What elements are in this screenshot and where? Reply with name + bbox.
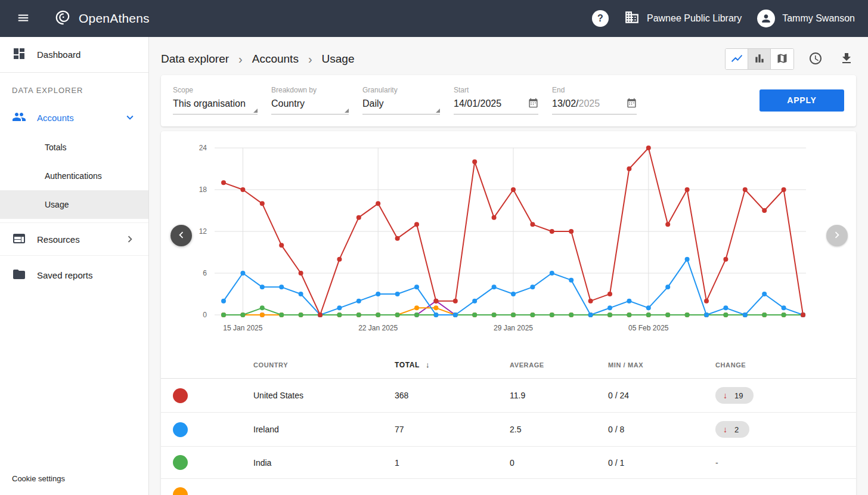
history-button[interactable] [806, 49, 825, 70]
end-date-input[interactable]: End 13/02/2025 [552, 86, 637, 115]
granularity-select[interactable]: Granularity Daily [362, 86, 440, 115]
average-cell [510, 479, 608, 495]
next-period-button[interactable] [826, 225, 848, 246]
usage-line-chart: 0612182415 Jan 202522 Jan 202529 Jan 202… [161, 136, 856, 339]
bar-chart-view-button[interactable] [748, 49, 771, 69]
breadcrumb-separator-icon: › [238, 52, 243, 66]
change-badge: ↓ 19 [715, 387, 754, 404]
series-color-swatch [173, 388, 188, 403]
sidebar: Dashboard DATA EXPLORER Accounts Totals … [0, 37, 149, 495]
usage-table: COUNTRY TOTAL↓ AVERAGE MIN / MAX CHANGE [161, 347, 856, 495]
line-chart-view-button[interactable] [726, 49, 748, 69]
breadcrumb: Data explorer › Accounts › Usage [161, 52, 354, 66]
table-header-row: COUNTRY TOTAL↓ AVERAGE MIN / MAX CHANGE [161, 347, 856, 379]
download-button[interactable] [837, 49, 856, 70]
breadcrumb-data-explorer[interactable]: Data explorer [161, 52, 229, 66]
question-mark-icon: ? [597, 13, 603, 24]
filter-bar: Scope This organisation Breakdown by Cou… [161, 75, 856, 126]
hamburger-menu-button[interactable] [13, 8, 33, 30]
minmax-cell: 0 / 8 [608, 413, 715, 447]
end-date-entered: 13/02/ [552, 98, 578, 109]
table-row: United States 368 11.9 0 / 24 ↓ 19 [161, 379, 856, 413]
sidebar-item-saved-reports[interactable]: Saved reports [0, 256, 148, 294]
start-date-label: Start [454, 86, 538, 94]
svg-text:22 Jan 2025: 22 Jan 2025 [358, 324, 398, 332]
table-row: Ireland 77 2.5 0 / 8 ↓ 2 [161, 413, 856, 447]
swatch-column-header [161, 347, 253, 379]
breadcrumb-usage[interactable]: Usage [322, 52, 355, 66]
country-cell [253, 479, 395, 495]
sidebar-item-label: Saved reports [37, 270, 92, 280]
breadcrumb-separator-icon: › [308, 52, 312, 66]
hamburger-icon [17, 11, 30, 26]
sidebar-item-usage[interactable]: Usage [0, 190, 148, 219]
building-icon [624, 10, 640, 27]
change-cell: ↓ 19 [715, 379, 856, 413]
total-cell [395, 479, 510, 495]
resources-icon [12, 231, 26, 248]
change-cell: - [715, 447, 856, 479]
clock-icon [808, 51, 823, 67]
sidebar-item-accounts[interactable]: Accounts [0, 102, 148, 133]
top-bar: OpenAthens ? Pawnee Public Library Tammy… [0, 0, 868, 37]
end-date-hint: 2025 [578, 98, 600, 109]
apply-button[interactable]: APPLY [760, 89, 844, 112]
sidebar-item-label: Usage [45, 200, 69, 209]
folder-icon [12, 267, 26, 283]
average-column-header: AVERAGE [510, 347, 608, 379]
total-column-header[interactable]: TOTAL↓ [395, 347, 510, 379]
dropdown-caret-icon [436, 109, 440, 113]
calendar-icon[interactable] [528, 98, 538, 110]
sidebar-item-dashboard[interactable]: Dashboard [0, 37, 148, 73]
previous-period-button[interactable] [170, 225, 192, 246]
country-cell: Ireland [253, 413, 395, 447]
sidebar-item-label: Totals [45, 143, 67, 152]
start-date-input[interactable]: Start 14/01/2025 [454, 86, 538, 115]
series-color-swatch [173, 455, 188, 470]
cookie-settings-link[interactable]: Cookie settings [12, 474, 65, 483]
svg-text:15 Jan 2025: 15 Jan 2025 [223, 324, 262, 332]
view-toggle-group [725, 48, 794, 70]
sidebar-item-label: Dashboard [37, 50, 80, 60]
sidebar-item-label: Resources [37, 234, 80, 245]
download-icon [839, 51, 854, 67]
usage-report-card: 0612182415 Jan 202522 Jan 202529 Jan 202… [161, 131, 856, 495]
sidebar-item-resources[interactable]: Resources [0, 222, 148, 256]
scope-select[interactable]: Scope This organisation [173, 86, 258, 115]
breakdown-select[interactable]: Breakdown by Country [271, 86, 349, 115]
minmax-cell: 0 / 24 [608, 379, 715, 413]
chevron-down-icon [123, 111, 137, 124]
trend-down-icon: ↓ [723, 391, 727, 400]
avatar [757, 10, 775, 27]
calendar-icon[interactable] [627, 98, 637, 110]
average-cell: 11.9 [510, 379, 608, 413]
svg-text:29 Jan 2025: 29 Jan 2025 [494, 324, 533, 332]
country-cell: India [253, 447, 395, 479]
chevron-left-icon [175, 228, 188, 243]
openathens-logo: OpenAthens [52, 7, 150, 30]
granularity-label: Granularity [362, 86, 440, 94]
people-icon [12, 110, 26, 126]
trend-down-icon: ↓ [723, 425, 727, 434]
breakdown-label: Breakdown by [271, 86, 349, 94]
country-column-header: COUNTRY [253, 347, 395, 379]
scope-label: Scope [173, 86, 258, 94]
end-date-label: End [552, 86, 637, 94]
table-row: India 1 0 0 / 1 - [161, 447, 856, 479]
map-view-button[interactable] [771, 49, 793, 69]
organisation-switcher[interactable]: Pawnee Public Library [624, 10, 742, 27]
brand-name: OpenAthens [79, 11, 150, 26]
sidebar-item-totals[interactable]: Totals [0, 133, 148, 162]
minmax-cell [608, 479, 715, 495]
user-menu[interactable]: Tammy Swanson [757, 10, 855, 27]
dropdown-caret-icon [345, 109, 349, 113]
country-cell: United States [253, 379, 395, 413]
minmax-cell: 0 / 1 [608, 447, 715, 479]
sidebar-item-authentications[interactable]: Authentications [0, 162, 148, 190]
chevron-right-icon [123, 233, 137, 246]
series-color-swatch [173, 487, 188, 495]
help-button[interactable]: ? [592, 10, 609, 27]
breadcrumb-accounts[interactable]: Accounts [252, 52, 299, 66]
dropdown-caret-icon [253, 109, 258, 113]
dashboard-icon [12, 47, 26, 63]
